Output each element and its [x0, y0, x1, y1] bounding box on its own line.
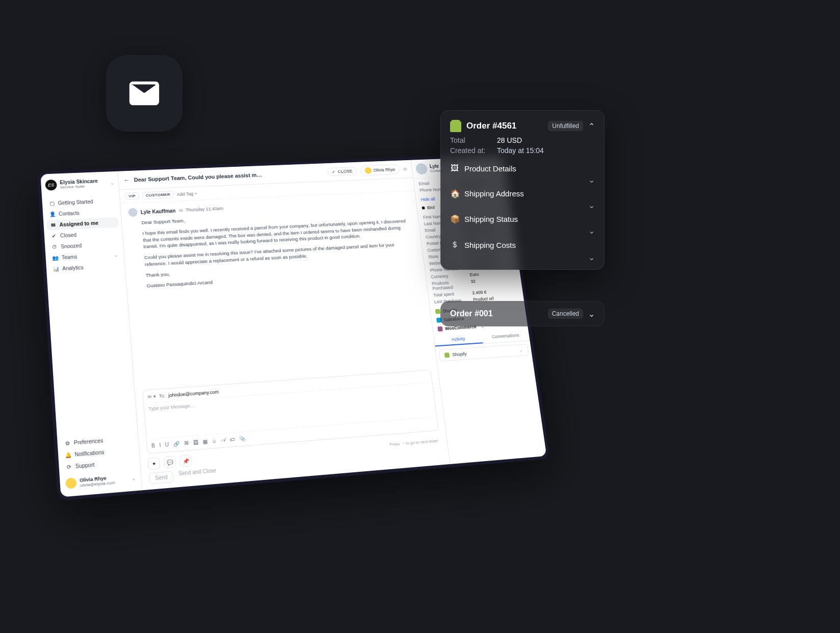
- format-button[interactable]: B: [151, 442, 155, 448]
- more-icon[interactable]: ⟳: [403, 166, 407, 171]
- add-tag-button[interactable]: Add Tag +: [176, 191, 197, 196]
- format-button[interactable]: U: [165, 441, 169, 447]
- nav-icon: ⟳: [65, 464, 72, 470]
- woocommerce-icon: [437, 326, 443, 332]
- avatar: [364, 167, 372, 174]
- user-menu-chevron-icon[interactable]: ⌄: [131, 475, 136, 481]
- to-label: To:: [159, 393, 165, 399]
- nav-icon: ⏱: [51, 244, 58, 249]
- to-address[interactable]: johndoe@company.com: [168, 389, 219, 398]
- ticket-subject: Dear Support Team, Could you please assi…: [134, 169, 324, 183]
- created-label: Created at:: [450, 146, 492, 155]
- format-button[interactable]: 🖼: [193, 439, 198, 445]
- nav-icon: ✔: [50, 233, 57, 239]
- shopify-icon: [450, 120, 461, 132]
- shopify-icon: [444, 352, 450, 358]
- nav-icon: 🔔: [65, 452, 72, 459]
- message-from: Lyle Kauffman: [140, 208, 175, 214]
- order-card-secondary[interactable]: Order #001 Cancelled ⌄: [440, 301, 605, 326]
- brand-logo: ES: [45, 180, 57, 191]
- nav-icon: ✉: [50, 222, 57, 228]
- current-user[interactable]: Olivia Rhye olivia@elysia.com ⌄: [63, 470, 138, 492]
- brand-block[interactable]: ES Elysia Skincare Service Suite ⌄: [44, 176, 116, 191]
- chevron-down-icon: ⌄: [113, 252, 118, 258]
- order-section-shipping-status[interactable]: 📦Shipping Status: [450, 214, 595, 224]
- brand-sub: Service Suite: [60, 184, 98, 190]
- format-button[interactable]: 🔗: [173, 441, 179, 447]
- main-pane: ← Dear Support Team, Could you please as…: [118, 160, 450, 490]
- keyboard-hint: Press → to go to next ticket: [389, 438, 440, 447]
- order-section-shipping-address[interactable]: 🏠Shipping Address: [450, 189, 595, 198]
- format-button[interactable]: ☺: [211, 438, 217, 444]
- activity-item[interactable]: Shopify ⌄: [438, 344, 529, 362]
- nav-icon: ⚙: [64, 440, 71, 446]
- format-button[interactable]: 𝒜: [221, 437, 226, 443]
- owner-chip[interactable]: Olivia Rhye: [360, 164, 400, 176]
- send-and-close-button[interactable]: Send and Close: [178, 468, 217, 482]
- chevron-down-icon[interactable]: ⌄: [588, 226, 595, 236]
- order-status-badge: Unfulfilled: [548, 121, 583, 131]
- format-button[interactable]: ▦: [202, 438, 207, 444]
- tab-activity[interactable]: Activity: [434, 333, 483, 346]
- shopify-icon: [435, 309, 441, 314]
- chevron-down-icon[interactable]: ⌄: [588, 309, 595, 319]
- comment-button[interactable]: 💬: [164, 456, 176, 469]
- order-title: Order #001: [450, 309, 543, 318]
- order-section-product-details[interactable]: 🖼Product Details: [450, 164, 595, 173]
- pin-button[interactable]: 📌: [179, 454, 192, 467]
- chevron-up-icon[interactable]: ⌃: [588, 121, 595, 131]
- message-body: Dear Support Team, I hope this email fin…: [129, 207, 418, 290]
- message-thread: Lyle Kauffman ✉ Thursday 11:40am Dear Su…: [120, 191, 437, 386]
- avatar: [128, 208, 138, 217]
- order-section-shipping-costs[interactable]: ＄Shipping Costs: [450, 240, 595, 250]
- message-time: Thursday 11:40am: [186, 206, 224, 213]
- section-icon: 📦: [450, 214, 459, 224]
- send-button[interactable]: Send: [149, 471, 174, 484]
- activity-label: Shopify: [452, 351, 467, 358]
- order-card-primary: Order #4561 Unfulfilled ⌃ Total28 USD Cr…: [440, 110, 605, 270]
- tag-vip[interactable]: VIP: [125, 192, 140, 200]
- mail-icon: ✉: [178, 208, 183, 213]
- created-value: Today at 15:04: [497, 146, 544, 155]
- mail-icon: ✉ ▾: [147, 394, 156, 399]
- format-button[interactable]: ⌘: [183, 440, 189, 446]
- format-button[interactable]: 🏷: [229, 436, 235, 442]
- chevron-down-icon[interactable]: ⌄: [588, 252, 595, 262]
- format-button[interactable]: I: [159, 442, 161, 448]
- back-icon[interactable]: ←: [123, 176, 130, 184]
- nav-icon: 👥: [52, 255, 59, 261]
- close-button[interactable]: ✓ CLOSE: [327, 167, 357, 176]
- tag-customer[interactable]: CUSTOMER: [142, 191, 174, 199]
- avatar: [65, 477, 77, 489]
- format-button[interactable]: 📎: [239, 435, 246, 441]
- order-status-badge: Cancelled: [548, 309, 583, 319]
- nav-icon: 📊: [52, 266, 59, 272]
- chevron-down-icon[interactable]: ⌄: [588, 200, 595, 210]
- section-icon: 🖼: [450, 164, 459, 173]
- nav-icon: ▢: [48, 200, 55, 206]
- section-icon: ＄: [450, 240, 459, 250]
- brand-switcher-icon[interactable]: ⌄: [110, 180, 115, 186]
- ai-button[interactable]: ✦: [148, 457, 161, 470]
- total-value: 28 USD: [497, 136, 522, 144]
- section-icon: 🏠: [450, 189, 459, 198]
- order-title: Order #4561: [466, 121, 543, 131]
- total-label: Total: [450, 136, 492, 144]
- chevron-down-icon[interactable]: ⌄: [519, 347, 523, 352]
- nav-icon: 👤: [49, 211, 56, 217]
- avatar: [415, 163, 428, 175]
- chevron-down-icon[interactable]: ⌄: [588, 175, 595, 185]
- tab-conversations[interactable]: Conversations: [481, 330, 530, 343]
- mail-app-icon: [106, 55, 182, 132]
